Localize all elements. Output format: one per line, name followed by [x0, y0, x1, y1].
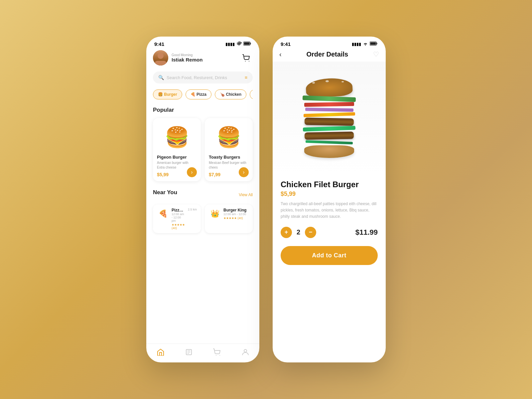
- add-food-2-button[interactable]: ›: [239, 167, 249, 177]
- restaurant-2-hours: 12:00 am - 12:00: [223, 212, 249, 216]
- popular-grid: 🍔 Pigeon Burger American burger with Ext…: [153, 118, 253, 181]
- svg-rect-10: [377, 43, 377, 45]
- item-description: Two chargrilled all-beef patties topped …: [281, 201, 378, 220]
- cheese-layer: [303, 112, 355, 117]
- nav-home[interactable]: [157, 348, 165, 356]
- user-info: Good Morning Istiak Remon: [153, 50, 202, 66]
- pickle-layer: [306, 140, 353, 144]
- order-title: Order Details: [307, 51, 348, 58]
- onion-layer: [305, 107, 353, 112]
- burger-stack: [296, 68, 362, 168]
- wifi-icon-2: [363, 42, 368, 47]
- food-image-2: 🍔: [209, 122, 249, 152]
- quantity-controls: + 2 −: [281, 227, 316, 238]
- svg-point-3: [245, 61, 246, 62]
- cart-button[interactable]: [240, 52, 253, 64]
- quantity-increase-button[interactable]: +: [281, 227, 292, 238]
- item-price: $5,99: [281, 191, 378, 198]
- restaurant-2[interactable]: 👑 Burger King 12:00 am - 12:00 ★★★★★ (40…: [205, 204, 253, 233]
- signal-icon-2: ▮▮▮▮: [352, 42, 361, 47]
- food-image-1: 🍔: [157, 122, 197, 152]
- search-placeholder: Search Food, Resturent, Drinks: [167, 75, 242, 80]
- food-name-2: Toasty Burgers: [209, 155, 249, 160]
- status-bar-2: 9:41 ▮▮▮▮: [273, 37, 386, 49]
- nav-profile[interactable]: [242, 348, 249, 356]
- header-row: Good Morning Istiak Remon: [153, 49, 253, 66]
- nav-orders[interactable]: [185, 348, 193, 356]
- user-text: Good Morning Istiak Remon: [172, 53, 202, 63]
- restaurant-2-name: Burger King: [223, 208, 249, 212]
- near-you-title: Near You: [153, 189, 177, 196]
- filter-icon[interactable]: ≡: [245, 75, 247, 80]
- search-bar[interactable]: 🔍 Search Food, Resturent, Drinks ≡: [153, 71, 253, 83]
- restaurant-1-distance: 2.5 km: [188, 208, 197, 211]
- phone1-content: Good Morning Istiak Remon 🔍 Search Food,…: [146, 49, 259, 343]
- restaurants-row: 🍕 Pizza Hut 12:00 am - 12:00 pm ★★★★★ (4…: [153, 204, 253, 233]
- svg-point-6: [216, 355, 216, 356]
- food-card-2: 🍔 Toasty Burgers Mexican Beef burger wit…: [205, 118, 253, 181]
- category-fries[interactable]: 🍟 Fri: [250, 89, 253, 99]
- total-price-display: $11.99: [355, 228, 378, 237]
- avatar: [153, 50, 168, 66]
- quantity-display: 2: [297, 228, 300, 236]
- category-burger[interactable]: 🍔 Burger: [153, 89, 182, 99]
- battery-icon-2: [370, 42, 378, 47]
- wifi-icon: [236, 42, 242, 47]
- username-text: Istiak Remon: [172, 57, 202, 63]
- battery-icon: [243, 42, 251, 47]
- svg-point-7: [219, 355, 220, 356]
- phone2-details: Chicken Filet Burger $5,99 Two chargrill…: [273, 175, 386, 362]
- restaurant-1-name: Pizza Hut: [172, 208, 185, 212]
- patty-1: [305, 117, 354, 126]
- svg-point-8: [244, 349, 247, 352]
- item-name: Chicken Filet Burger: [281, 180, 378, 189]
- bun-bottom: [304, 145, 354, 158]
- status-icons-1: ▮▮▮▮: [225, 42, 251, 47]
- food-card-1: 🍔 Pigeon Burger American burger with Ext…: [153, 118, 201, 181]
- category-chicken[interactable]: 🍗 Chicken: [215, 89, 246, 99]
- quantity-row: + 2 − $11.99: [281, 227, 378, 238]
- patty-2: [305, 131, 354, 140]
- restaurant-1[interactable]: 🍕 Pizza Hut 12:00 am - 12:00 pm ★★★★★ (4…: [153, 204, 201, 233]
- categories-row: 🍔 Burger 🍕 Pizza 🍗 Chicken 🍟 Fri: [153, 89, 253, 99]
- order-details-header: ‹ Order Details ♡: [273, 49, 386, 62]
- restaurant-1-hours: 12:00 am - 12:00 pm: [172, 212, 185, 222]
- status-time-1: 9:41: [154, 41, 164, 47]
- status-time-2: 9:41: [281, 41, 291, 47]
- status-bar-1: 9:41 ▮▮▮▮: [146, 37, 259, 49]
- bun-top: [306, 77, 353, 98]
- phone-1: 9:41 ▮▮▮▮ Good Morning Istiak Remon: [146, 37, 259, 362]
- restaurant-1-logo: 🍕: [157, 208, 169, 220]
- restaurant-2-rating: ★★★★★ (40): [223, 216, 249, 220]
- add-to-cart-button[interactable]: Add to Cart: [281, 246, 378, 265]
- quantity-decrease-button[interactable]: −: [305, 227, 316, 238]
- food-name-1: Pigeon Burger: [157, 155, 197, 160]
- popular-title: Popular: [153, 107, 253, 113]
- phone-2: 9:41 ▮▮▮▮ ‹ Order Details ♡: [273, 37, 386, 362]
- bottom-nav: [146, 343, 259, 362]
- lettuce-layer-2: [303, 126, 355, 132]
- add-food-1-button[interactable]: ›: [187, 167, 197, 177]
- lettuce-layer: [303, 95, 356, 102]
- svg-rect-11: [370, 43, 376, 45]
- restaurant-2-logo: 👑: [209, 208, 221, 220]
- svg-rect-1: [250, 43, 251, 45]
- favorite-button[interactable]: ♡: [373, 50, 379, 58]
- restaurant-1-rating: ★★★★★ (40): [172, 223, 185, 230]
- search-icon: 🔍: [158, 75, 164, 80]
- category-pizza[interactable]: 🍕 Pizza: [186, 89, 211, 99]
- nav-cart[interactable]: [213, 348, 221, 356]
- burger-hero-image: [273, 62, 386, 175]
- back-button[interactable]: ‹: [279, 51, 282, 58]
- restaurant-1-info: Pizza Hut 12:00 am - 12:00 pm ★★★★★ (40): [172, 208, 185, 230]
- view-all-button[interactable]: View All: [239, 193, 253, 197]
- signal-icon: ▮▮▮▮: [225, 42, 235, 47]
- greeting-text: Good Morning: [172, 53, 202, 57]
- avatar-image: [153, 50, 168, 66]
- near-you-header: Near You View All: [153, 189, 253, 200]
- restaurant-2-info: Burger King 12:00 am - 12:00 ★★★★★ (40): [223, 208, 249, 220]
- status-icons-2: ▮▮▮▮: [352, 42, 378, 47]
- svg-rect-2: [244, 43, 250, 45]
- svg-point-4: [249, 61, 249, 62]
- tomato-layer: [304, 102, 354, 107]
